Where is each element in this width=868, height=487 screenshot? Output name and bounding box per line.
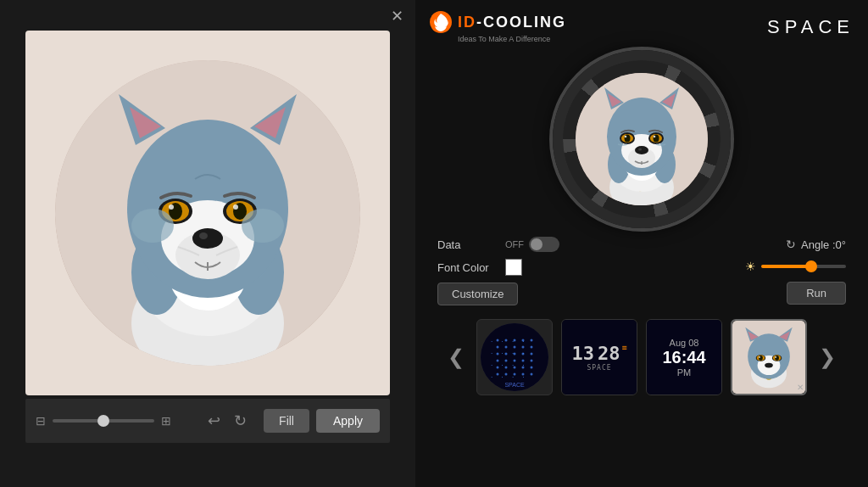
svg-point-65 bbox=[522, 339, 525, 342]
zoom-slider[interactable] bbox=[53, 419, 154, 423]
close-button[interactable]: ✕ bbox=[391, 8, 403, 24]
angle-control: ↻ Angle :0° bbox=[786, 238, 846, 251]
thumbnail-datetime[interactable]: Aug 08 16:44 PM bbox=[646, 319, 722, 395]
data-toggle-item: Data OFF bbox=[437, 237, 559, 252]
angle-icon: ↻ bbox=[786, 238, 796, 251]
svg-point-59 bbox=[625, 136, 627, 138]
wolf-display-circle bbox=[576, 73, 708, 205]
svg-point-111 bbox=[759, 355, 763, 361]
dots-svg: SPACE bbox=[481, 323, 548, 391]
svg-point-82 bbox=[497, 367, 499, 369]
svg-point-106 bbox=[765, 363, 773, 368]
device-ring bbox=[553, 50, 731, 228]
svg-point-67 bbox=[497, 346, 499, 349]
image-toolbar: ⊟ ⊞ ↩ ↻ Fill Apply bbox=[25, 399, 390, 443]
svg-point-79 bbox=[514, 360, 516, 362]
svg-point-29 bbox=[131, 209, 174, 243]
font-color-item: Font Color bbox=[437, 259, 559, 276]
id-cooling-icon bbox=[429, 10, 453, 34]
dots-pattern: SPACE bbox=[481, 323, 548, 391]
right-panel: ID-COOLING Ideas To Make A Difference SP… bbox=[415, 0, 868, 487]
font-color-swatch[interactable] bbox=[505, 259, 522, 276]
controls-row: Data OFF Font Color Customize ↻ Angle :0… bbox=[429, 237, 854, 305]
svg-point-91 bbox=[531, 373, 533, 376]
date-display: Aug 08 16:44 PM bbox=[647, 320, 721, 395]
thumbnail-carousel: ❮ SPACE bbox=[429, 319, 854, 395]
svg-point-19 bbox=[192, 228, 223, 249]
data-toggle-switch[interactable] bbox=[529, 237, 559, 252]
svg-point-78 bbox=[505, 360, 508, 362]
clock-indicator: ≡ bbox=[621, 343, 626, 352]
svg-point-72 bbox=[497, 353, 499, 355]
wolf-art-left bbox=[55, 60, 360, 366]
carousel-next-button[interactable]: ❯ bbox=[815, 342, 839, 372]
svg-point-86 bbox=[531, 367, 533, 369]
wolf-art-right bbox=[576, 73, 708, 205]
svg-point-113 bbox=[759, 356, 760, 358]
svg-text:SPACE: SPACE bbox=[504, 382, 525, 388]
clock-hour: 13 bbox=[571, 343, 594, 364]
clock-display: 13 28 ≡ SPACE bbox=[562, 320, 637, 395]
thumbnail-close-icon[interactable]: ✕ bbox=[797, 383, 804, 392]
logo-top: ID-COOLING bbox=[429, 10, 566, 34]
fill-button[interactable]: Fill bbox=[264, 409, 309, 433]
redo-button[interactable]: ↻ bbox=[231, 408, 250, 434]
svg-point-52 bbox=[638, 148, 642, 151]
svg-point-73 bbox=[505, 353, 508, 355]
svg-point-75 bbox=[522, 353, 525, 355]
svg-point-87 bbox=[497, 373, 499, 376]
device-display-area bbox=[553, 50, 731, 228]
clock-top-row: 13 28 ≡ bbox=[571, 343, 626, 364]
svg-point-64 bbox=[514, 339, 516, 342]
svg-point-27 bbox=[169, 204, 174, 210]
run-button[interactable]: Run bbox=[787, 282, 846, 305]
wolf-preview-circle bbox=[55, 60, 360, 366]
apply-button[interactable]: Apply bbox=[316, 409, 380, 433]
data-label: Data bbox=[437, 238, 497, 251]
svg-point-81 bbox=[531, 360, 533, 362]
svg-point-63 bbox=[505, 339, 508, 342]
space-logo: SPACE bbox=[767, 16, 854, 38]
logo-text: ID-COOLING bbox=[458, 14, 566, 31]
carousel-prev-button[interactable]: ❮ bbox=[444, 342, 468, 372]
svg-point-85 bbox=[522, 367, 525, 369]
svg-point-76 bbox=[531, 353, 533, 355]
undo-button[interactable]: ↩ bbox=[204, 408, 224, 434]
left-panel: ✕ bbox=[0, 0, 415, 487]
font-color-label: Font Color bbox=[437, 261, 497, 274]
brightness-slider[interactable] bbox=[761, 265, 846, 268]
svg-point-68 bbox=[505, 346, 508, 349]
date-line: Aug 08 bbox=[670, 338, 699, 348]
thumbnail-dots[interactable]: SPACE bbox=[476, 319, 553, 395]
space-label: SPACE bbox=[587, 364, 611, 372]
thumbnail-clock[interactable]: 13 28 ≡ SPACE bbox=[561, 319, 637, 395]
time-display: 16:44 bbox=[662, 348, 705, 367]
zoom-in-icon[interactable]: ⊞ bbox=[161, 414, 171, 428]
am-pm: PM bbox=[677, 367, 692, 378]
svg-point-89 bbox=[514, 373, 516, 376]
toggle-container: OFF bbox=[505, 237, 559, 252]
brightness-icon: ☀ bbox=[745, 260, 756, 273]
svg-point-60 bbox=[654, 136, 656, 138]
logo-area: ID-COOLING Ideas To Make A Difference bbox=[429, 10, 566, 43]
svg-point-83 bbox=[505, 367, 508, 369]
clock-minute: 28 bbox=[598, 343, 620, 364]
brightness-control: ☀ bbox=[745, 260, 846, 273]
svg-point-62 bbox=[497, 339, 499, 342]
customize-button[interactable]: Customize bbox=[437, 283, 518, 305]
svg-point-51 bbox=[635, 146, 648, 154]
thumbnail-wolf[interactable]: ✕ bbox=[731, 319, 807, 395]
svg-point-20 bbox=[199, 232, 208, 239]
svg-point-71 bbox=[531, 346, 533, 349]
toggle-thumb bbox=[531, 238, 542, 250]
toggle-off-label: OFF bbox=[505, 239, 524, 249]
svg-point-69 bbox=[514, 346, 516, 349]
image-preview-container bbox=[25, 31, 390, 395]
svg-point-90 bbox=[522, 373, 525, 376]
zoom-out-icon[interactable]: ⊟ bbox=[36, 414, 46, 428]
wolf-thumb-art bbox=[732, 319, 805, 395]
svg-point-114 bbox=[775, 356, 776, 358]
svg-point-70 bbox=[522, 346, 525, 349]
svg-point-77 bbox=[497, 360, 499, 362]
svg-point-28 bbox=[233, 204, 238, 210]
